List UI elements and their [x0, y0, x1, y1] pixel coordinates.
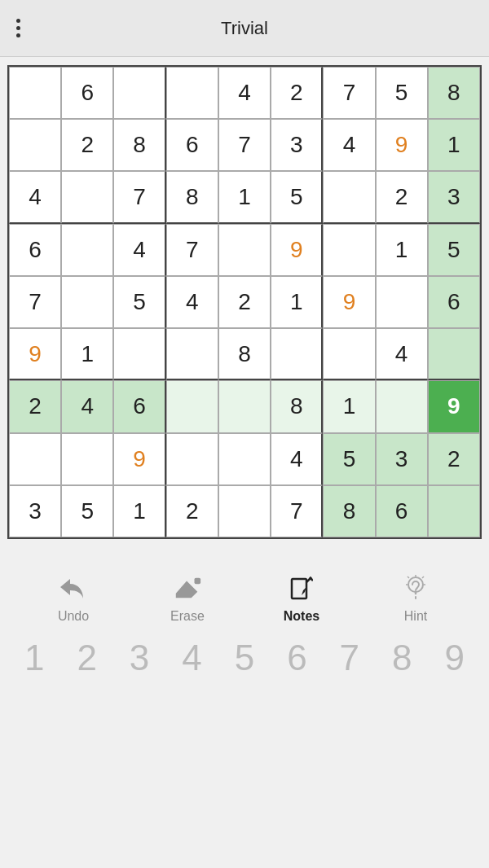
cell-r4c2[interactable]: 5	[113, 276, 165, 328]
cell-r2c6[interactable]	[323, 171, 375, 223]
cell-r3c4[interactable]	[218, 224, 271, 276]
cell-r4c5[interactable]: 1	[271, 276, 323, 328]
erase-icon	[171, 572, 204, 604]
cell-r2c4[interactable]: 1	[218, 171, 271, 223]
cell-r8c3[interactable]: 2	[166, 485, 218, 537]
cell-r3c0[interactable]: 6	[9, 224, 61, 276]
cell-r6c8[interactable]: 9	[428, 380, 480, 432]
cell-r0c4[interactable]: 4	[218, 67, 271, 119]
cell-r6c0[interactable]: 2	[9, 380, 61, 432]
cell-r7c6[interactable]: 5	[323, 433, 375, 485]
cell-r8c6[interactable]: 8	[323, 485, 375, 537]
cell-r4c6[interactable]: 9	[323, 276, 375, 328]
cell-r6c6[interactable]: 1	[323, 380, 375, 432]
cell-r8c8[interactable]	[428, 485, 480, 537]
numpad-2[interactable]: 2	[64, 640, 110, 676]
cell-r0c3[interactable]	[166, 67, 218, 119]
cell-r0c6[interactable]: 7	[323, 67, 375, 119]
cell-r0c5[interactable]: 2	[271, 67, 323, 119]
cell-r5c7[interactable]: 4	[376, 328, 428, 380]
cell-r5c3[interactable]	[166, 328, 218, 380]
cell-r2c5[interactable]: 5	[271, 171, 323, 223]
numpad-1[interactable]: 1	[11, 640, 57, 676]
cell-r1c0[interactable]	[9, 119, 61, 171]
cell-r2c2[interactable]: 7	[113, 171, 165, 223]
sudoku-grid: 6427582867349147815236479157542196918424…	[7, 65, 482, 539]
cell-r8c0[interactable]: 3	[9, 485, 61, 537]
cell-r3c5[interactable]: 9	[271, 224, 323, 276]
cell-r0c2[interactable]	[113, 67, 165, 119]
cell-r7c3[interactable]	[166, 433, 218, 485]
cell-r8c5[interactable]: 7	[271, 485, 323, 537]
page-title: Trivial	[221, 18, 268, 39]
numpad-6[interactable]: 6	[274, 640, 319, 676]
cell-r1c5[interactable]: 3	[271, 119, 323, 171]
cell-r5c1[interactable]: 1	[61, 328, 113, 380]
cell-r7c2[interactable]: 9	[113, 433, 165, 485]
cell-r7c0[interactable]	[9, 433, 61, 485]
cell-r0c7[interactable]: 5	[376, 67, 428, 119]
cell-r4c4[interactable]: 2	[218, 276, 271, 328]
cell-r1c7[interactable]: 9	[376, 119, 428, 171]
menu-button[interactable]	[16, 19, 20, 37]
undo-button[interactable]: Undo	[41, 572, 106, 624]
numpad-8[interactable]: 8	[379, 640, 425, 676]
numpad-3[interactable]: 3	[117, 640, 162, 676]
cell-r5c5[interactable]	[271, 328, 323, 380]
cell-r5c2[interactable]	[113, 328, 165, 380]
cell-r1c6[interactable]: 4	[323, 119, 375, 171]
hint-button[interactable]: Hint	[383, 572, 448, 624]
cell-r4c7[interactable]	[376, 276, 428, 328]
cell-r4c0[interactable]: 7	[9, 276, 61, 328]
cell-r7c1[interactable]	[61, 433, 113, 485]
cell-r2c1[interactable]	[61, 171, 113, 223]
cell-r3c2[interactable]: 4	[113, 224, 165, 276]
cell-r5c4[interactable]: 8	[218, 328, 271, 380]
cell-r7c7[interactable]: 3	[376, 433, 428, 485]
cell-r4c3[interactable]: 4	[166, 276, 218, 328]
cell-r8c2[interactable]: 1	[113, 485, 165, 537]
numpad-5[interactable]: 5	[222, 640, 267, 676]
cell-r8c1[interactable]: 5	[61, 485, 113, 537]
numpad-9[interactable]: 9	[432, 640, 478, 676]
cell-r3c6[interactable]	[323, 224, 375, 276]
numpad-7[interactable]: 7	[327, 640, 372, 676]
cell-r2c7[interactable]: 2	[376, 171, 428, 223]
cell-r0c0[interactable]	[9, 67, 61, 119]
cell-r5c6[interactable]	[323, 328, 375, 380]
cell-r1c3[interactable]: 6	[166, 119, 218, 171]
numpad-4[interactable]: 4	[170, 640, 215, 676]
cell-r3c7[interactable]: 1	[376, 224, 428, 276]
cell-r2c0[interactable]: 4	[9, 171, 61, 223]
cell-r5c0[interactable]: 9	[9, 328, 61, 380]
cell-r3c8[interactable]: 5	[428, 224, 480, 276]
cell-r1c2[interactable]: 8	[113, 119, 165, 171]
cell-r7c8[interactable]: 2	[428, 433, 480, 485]
cell-r2c3[interactable]: 8	[166, 171, 218, 223]
cell-r8c7[interactable]: 6	[376, 485, 428, 537]
cell-r2c8[interactable]: 3	[428, 171, 480, 223]
cell-r1c1[interactable]: 2	[61, 119, 113, 171]
cell-r4c8[interactable]: 6	[428, 276, 480, 328]
cell-r6c5[interactable]: 8	[271, 380, 323, 432]
cell-r0c8[interactable]: 8	[428, 67, 480, 119]
cell-r6c2[interactable]: 6	[113, 380, 165, 432]
cell-r3c3[interactable]: 7	[166, 224, 218, 276]
cell-r6c7[interactable]	[376, 380, 428, 432]
cell-r4c1[interactable]	[61, 276, 113, 328]
numpad: 123456789	[0, 632, 489, 692]
cell-r8c4[interactable]	[218, 485, 271, 537]
cell-r5c8[interactable]	[428, 328, 480, 380]
cell-r6c3[interactable]	[166, 380, 218, 432]
erase-button[interactable]: Erase	[155, 572, 220, 624]
cell-r0c1[interactable]: 6	[61, 67, 113, 119]
cell-r6c4[interactable]	[218, 380, 271, 432]
cell-r6c1[interactable]: 4	[61, 380, 113, 432]
svg-line-3	[310, 577, 313, 581]
cell-r1c4[interactable]: 7	[218, 119, 271, 171]
cell-r7c5[interactable]: 4	[271, 433, 323, 485]
notes-button[interactable]: Notes	[269, 572, 334, 624]
cell-r1c8[interactable]: 1	[428, 119, 480, 171]
cell-r7c4[interactable]	[218, 433, 271, 485]
cell-r3c1[interactable]	[61, 224, 113, 276]
